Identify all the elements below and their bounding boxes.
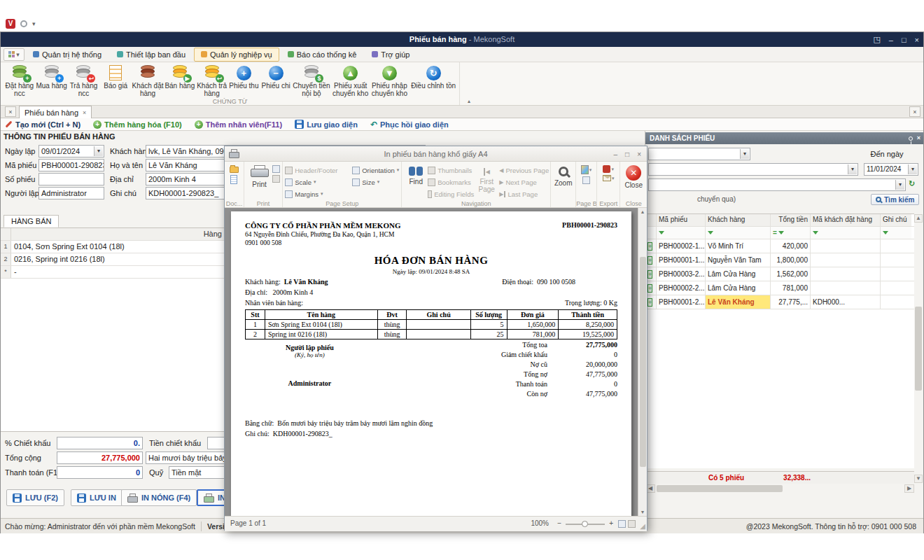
header-footer-button[interactable]: Header/Footer [285,165,352,175]
ribbon-button-dat-hang-ncc[interactable]: + Đặt hàng ncc [4,64,36,97]
horizontal-scrollbar[interactable]: ◀ ▶ [645,484,914,493]
watermark-icon[interactable] [582,176,590,184]
tong-cong-input[interactable]: 27,775,000 [57,451,143,464]
resize-grip-icon[interactable]: ◢ [640,522,645,530]
cell-ghi-chu[interactable] [881,239,911,253]
dropdown-icon[interactable]: ▾ [848,164,857,174]
window-expand-button[interactable]: ◳ [873,35,880,44]
cell-ma-phieu[interactable]: PBH00001-1... [657,253,706,267]
close-tab-right-button[interactable]: × [909,106,920,117]
phieu-row[interactable]: + PBH00001-1... Nguyễn Văn Tam 1,800,000 [645,253,914,267]
column-header-ma-phieu[interactable]: Mã phiếu [657,214,706,226]
filter-cell[interactable] [811,227,881,239]
cell-ghi-chu[interactable] [881,295,911,309]
ma-phieu-input[interactable]: PBH00001-290823 [38,159,104,172]
column-header-ma-khach-dat-hang[interactable]: Mã khách đặt hàng [811,214,881,226]
page-color-icon[interactable] [581,165,589,174]
pin-icon[interactable] [909,136,913,141]
last-page-button[interactable]: ▶ Last Page [499,189,548,199]
qat-caret-icon[interactable]: ▾ [32,20,36,27]
ribbon-button-bao-gia[interactable]: Báo giá [99,64,132,90]
ribbon-button-khach-dat-hang[interactable]: Khách đặt hàng [132,64,164,97]
cell-khach-hang[interactable]: Lâm Cửa Hàng [706,281,771,295]
filter-cell[interactable] [706,227,771,239]
app-logo-icon[interactable]: V [6,19,15,29]
chiet-khau-input[interactable]: 0. [57,437,143,449]
scroll-thumb[interactable] [640,257,646,467]
ribbon-button-phieu-thu[interactable]: + Phiếu thu [227,64,260,90]
export-pdf-icon[interactable] [603,165,610,173]
scroll-up-icon[interactable]: ▲ [914,214,923,223]
cell-khach-hang[interactable]: Lâm Cửa Hàng [706,267,771,281]
menu-tab-quan-ly-nghiep-vu[interactable]: Quản lý nghiệp vụ [194,48,279,62]
column-header-khach-hang[interactable]: Khách hàng [706,214,771,226]
scroll-up-icon[interactable]: ▲ [640,209,645,214]
close-tab-left-button[interactable]: × [5,106,16,117]
find-button[interactable]: Find [404,164,428,187]
dropdown-icon[interactable]: ▾ [740,149,749,159]
tu-ngay-combo[interactable]: ▾ [648,148,750,160]
phieu-row[interactable]: + PBH00003-2... Lâm Cửa Hàng 1,562,000 [645,267,914,281]
bookmarks-button[interactable]: Bookmarks [428,177,474,187]
size-button[interactable]: Size ▾ [352,177,399,187]
zoom-in-icon[interactable]: + [609,519,613,527]
zoom-button[interactable]: Zoom [553,164,573,188]
column-header-ghi-chu[interactable]: Ghi chú [881,214,911,226]
action-them-hang-hoa[interactable]: + Thêm hàng hóa (F10) [93,120,182,129]
cell-ma-kdh[interactable] [811,253,881,267]
window-close-button[interactable]: × [915,36,919,44]
send-email-icon[interactable] [603,175,611,181]
scale-button[interactable]: Scale ▾ [285,177,352,187]
editing-fields-button[interactable]: Editing Fields [428,189,474,199]
cell-ma-kdh[interactable]: KDH000... [811,295,881,309]
zoom-out-icon[interactable]: − [557,519,561,527]
scroll-right-icon[interactable]: ▶ [904,484,914,493]
refresh-icon[interactable]: ↻ [909,177,915,190]
margins-button[interactable]: Margins ▾ [285,189,352,199]
save-document-icon[interactable] [230,175,237,184]
scroll-thumb[interactable] [657,485,783,492]
menu-tab-thiet-lap-ban-dau[interactable]: Thiết lập ban đầu [110,48,192,62]
cell-tong-tien[interactable]: 27,775,... [771,295,811,309]
vertical-scrollbar[interactable]: ▲ ▼ [913,214,923,484]
filter-combo-2[interactable]: ▾ [648,178,906,191]
scroll-down-icon[interactable]: ▼ [640,510,645,514]
previous-page-button[interactable]: ◀ Previous Page [499,165,548,175]
ribbon-button-chuyen-tien-noi-bo[interactable]: $ Chuyển tiền nội bộ [292,64,331,97]
cell-ma-kdh[interactable] [811,239,881,253]
dropdown-icon[interactable]: ▾ [94,146,103,156]
action-phuc-hoi-giao-dien[interactable]: ↶ Phục hồi giao diện [370,120,449,130]
filter-cell[interactable]: = [771,227,811,239]
cell-ghi-chu[interactable] [881,281,911,295]
menu-tab-tro-giup[interactable]: Trợ giúp [365,48,416,62]
filter-cell[interactable] [881,227,911,239]
cell-tong-tien[interactable]: 420,000 [771,239,811,253]
cell-ma-phieu[interactable]: PBH00001-2... [657,295,706,309]
ribbon-button-dieu-chinh-ton[interactable]: ↻ Điều chỉnh tồn [409,64,458,90]
quick-print-icon[interactable] [272,165,280,173]
ribbon-collapse-icon[interactable]: ▴ [468,98,470,104]
preview-vertical-scrollbar[interactable]: ▲ ▼ [638,208,647,516]
so-phieu-input[interactable] [38,173,104,186]
cell-ma-kdh[interactable] [811,267,881,281]
cell-ma-phieu[interactable]: PBH00002-1... [657,239,706,253]
column-header-tong-tien[interactable]: Tổng tiền [771,214,811,226]
document-tab-phieu-ban-hang[interactable]: Phiếu bán hàng × [19,106,92,118]
scroll-thumb[interactable] [915,307,922,391]
print-button[interactable]: Print [246,164,272,190]
window-minimize-button[interactable]: – [889,36,893,44]
phieu-row[interactable]: + PBH00002-1... Võ Minh Trí 420,000 [645,239,914,253]
thumbnails-button[interactable]: Thumbnails [428,165,474,175]
page-fit-icon[interactable] [618,520,626,528]
cell-tong-tien[interactable]: 781,000 [771,281,811,295]
cell-ma-phieu[interactable]: PBH00003-2... [657,267,706,281]
phieu-row[interactable]: + PBH00002-2... Lâm Cửa Hàng 781,000 [645,281,914,295]
dialog-minimize-button[interactable]: – [614,150,618,158]
thanh-toan-input[interactable]: 0 [57,466,143,479]
action-luu-giao-dien[interactable]: Lưu giao diện [295,120,358,129]
menu-tab-bao-cao-thong-ke[interactable]: Báo cáo thống kê [281,48,364,62]
first-page-button[interactable]: ◀ First Page [474,164,499,195]
luu-in-button[interactable]: LƯU IN [71,489,122,506]
cell-ma-phieu[interactable]: PBH00002-2... [657,281,706,295]
in-nong-button[interactable]: IN NÓNG (F4) [121,489,197,506]
